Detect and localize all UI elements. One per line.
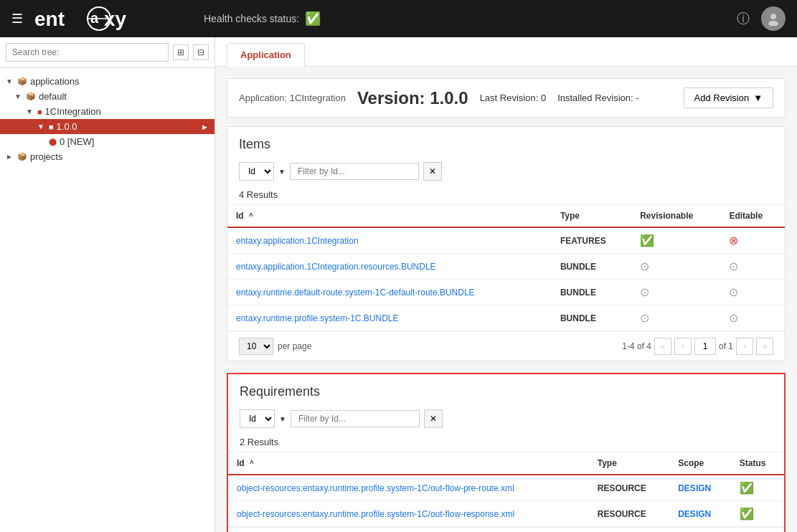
items-prev-page-btn[interactable]: ‹ [674, 338, 692, 355]
version-icon: ■ [49, 123, 54, 131]
item-id-cell[interactable]: entaxy.runtime.profile.system-1C.BUNDLE [227, 305, 552, 331]
circle-icon: ⊙ [640, 286, 649, 298]
filter-dropdown-icon: ▼ [279, 415, 286, 423]
items-first-page-btn[interactable]: « [654, 338, 671, 355]
expand-all-button[interactable]: ⊞ [173, 44, 189, 60]
circle-icon: ⊙ [729, 312, 738, 324]
logo: ent a xy [34, 6, 135, 32]
caret-right-icon: ► [6, 153, 13, 161]
req-col-scope[interactable]: Scope [669, 452, 731, 475]
requirements-filter-input[interactable] [291, 410, 420, 427]
item-revisionable-cell: ⊙ [631, 280, 720, 305]
tree-item-label: 1.0.0 [57, 121, 77, 132]
items-filter-select[interactable]: Id [239, 162, 274, 181]
layout: ⊞ ⊟ ▼ 📦 applications ▼ 📦 default ▼ ■ 1CI… [0, 37, 797, 532]
item-id-cell[interactable]: entaxy.application.1CIntegration [227, 227, 552, 254]
req-status-cell: ✅ [731, 501, 784, 527]
req-col-type[interactable]: Type [589, 452, 669, 475]
caret-down-icon: ▼ [14, 92, 22, 100]
filter-dropdown-icon: ▼ [278, 168, 286, 176]
menu-icon[interactable]: ☰ [11, 11, 23, 27]
items-col-editable[interactable]: Editable [720, 205, 785, 227]
circle-icon: ⊙ [640, 260, 649, 272]
requirements-table: Id ^ Type Scope Status object-resources:… [228, 452, 784, 527]
tab-application[interactable]: Application [227, 43, 305, 67]
items-per-page-select[interactable]: 10 [239, 338, 273, 355]
items-filter-clear-button[interactable]: ✕ [423, 162, 442, 181]
help-icon[interactable]: ⓘ [737, 10, 750, 27]
items-col-id[interactable]: Id ^ [227, 205, 552, 227]
folder-icon: 📦 [17, 77, 27, 86]
req-type-cell: RESOURCE [589, 501, 669, 527]
requirements-section: Requirements Id ▼ ✕ 2 Results Id [227, 373, 786, 532]
item-revisionable-cell: ✅ [631, 227, 720, 254]
req-scope-cell: DESIGN [669, 475, 731, 501]
item-id-cell[interactable]: entaxy.application.1CIntegration.resourc… [227, 254, 552, 280]
requirements-pagination: 10 per page 1-2 of 2 « ‹ of 1 › » [228, 527, 784, 532]
tree-item-label: default [39, 91, 67, 102]
sidebar-item-1cintegration[interactable]: ▼ ■ 1CIntegration [0, 104, 214, 119]
item-editable-cell: ⊙ [720, 254, 785, 280]
req-type-cell: RESOURCE [589, 475, 669, 501]
item-type-cell: FEATURES [552, 227, 631, 254]
sort-asc-icon: ^ [249, 212, 253, 220]
sidebar-item-revision[interactable]: ⬤ 0 [NEW] [0, 134, 214, 149]
items-results-count: 4 Results [227, 185, 785, 205]
topnav: ☰ ent a xy Health checks status: ✅ ⓘ [0, 0, 797, 37]
add-revision-button[interactable]: Add Revision ▼ [684, 87, 773, 108]
circle-icon: ⊙ [640, 312, 649, 324]
sidebar-search-bar: ⊞ ⊟ [0, 37, 214, 68]
sidebar-tree: ▼ 📦 applications ▼ 📦 default ▼ ■ 1CInteg… [0, 68, 214, 532]
requirements-results-count: 2 Results [228, 432, 784, 452]
item-revisionable-cell: ⊙ [631, 254, 720, 280]
logo-svg: ent a xy [34, 6, 135, 32]
health-ok-icon: ✅ [305, 11, 321, 27]
revision-icon: ⬤ [49, 138, 57, 146]
last-revision-label: Last Revision: 0 [480, 92, 547, 103]
svg-text:a: a [90, 10, 99, 26]
items-filter-input[interactable] [290, 163, 419, 180]
version-header: Application: 1CIntegration Version: 1.0.… [227, 78, 786, 118]
health-status-label: Health checks status: [204, 13, 299, 24]
item-id-cell[interactable]: entaxy.runtime.default-route.system-1C-d… [227, 280, 552, 305]
items-page-input[interactable] [694, 338, 716, 355]
table-row: entaxy.runtime.profile.system-1C.BUNDLE … [227, 305, 785, 331]
requirements-table-header: Id ^ Type Scope Status [228, 452, 784, 475]
req-id-cell[interactable]: object-resources:entaxy.runtime.profile.… [228, 475, 589, 501]
items-table: Id ^ Type Revisionable Editable entaxy.a… [227, 205, 785, 331]
check-icon: ✅ [640, 234, 654, 247]
sidebar-item-projects[interactable]: ► 📦 projects [0, 149, 214, 164]
check-icon: ✅ [740, 482, 754, 494]
req-status-cell: ✅ [731, 475, 784, 501]
table-row: entaxy.application.1CIntegration.resourc… [227, 254, 785, 280]
items-section-title: Items [227, 127, 785, 158]
sidebar-item-version[interactable]: ▼ ■ 1.0.0 ► [0, 119, 214, 134]
items-col-type[interactable]: Type [552, 205, 631, 227]
requirements-section-title: Requirements [228, 374, 784, 405]
items-table-header: Id ^ Type Revisionable Editable [227, 205, 785, 227]
sidebar-item-applications[interactable]: ▼ 📦 applications [0, 74, 214, 89]
sidebar-item-default[interactable]: ▼ 📦 default [0, 89, 214, 104]
circle-icon: ⊙ [729, 260, 738, 272]
items-last-page-btn[interactable]: » [756, 338, 773, 355]
health-status: Health checks status: ✅ [204, 11, 321, 27]
req-scope-cell: DESIGN [669, 501, 731, 527]
collapse-all-button[interactable]: ⊟ [193, 44, 209, 60]
req-id-cell[interactable]: object-resources:entaxy.runtime.profile.… [228, 501, 589, 527]
requirements-filter-select[interactable]: Id [240, 409, 275, 428]
avatar[interactable] [761, 6, 786, 31]
items-per-page-label: per page [278, 341, 311, 351]
items-next-page-btn[interactable]: › [736, 338, 753, 355]
req-col-status[interactable]: Status [731, 452, 784, 475]
requirements-filter-clear-button[interactable]: ✕ [424, 409, 443, 428]
req-col-id[interactable]: Id ^ [228, 452, 589, 475]
installed-revision-label: Installed Revision: - [557, 92, 638, 103]
tab-label: Application [240, 49, 291, 60]
table-row: entaxy.runtime.default-route.system-1C-d… [227, 280, 785, 305]
content-area: Application: 1CIntegration Version: 1.0.… [215, 67, 797, 532]
search-input[interactable] [6, 43, 169, 62]
items-col-revisionable[interactable]: Revisionable [631, 205, 720, 227]
item-revisionable-cell: ⊙ [631, 305, 720, 331]
item-type-cell: BUNDLE [552, 280, 631, 305]
item-editable-cell: ⊙ [720, 280, 785, 305]
